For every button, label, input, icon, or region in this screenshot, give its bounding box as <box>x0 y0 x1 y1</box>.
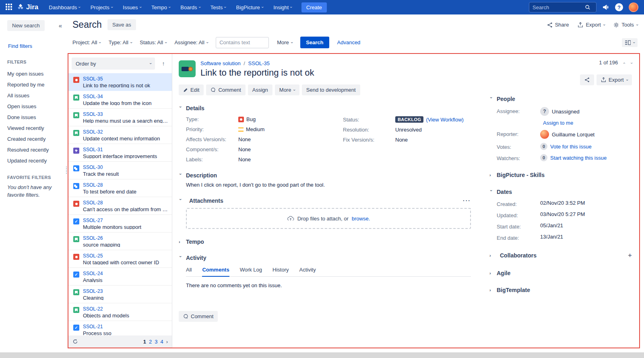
vote-link[interactable]: Vote for this issue <box>550 144 592 150</box>
watch-link[interactable]: Start watching this issue <box>550 155 607 161</box>
send-to-development-button[interactable]: Send to development <box>302 84 360 95</box>
issue-key[interactable]: SSOL-25 <box>83 253 159 259</box>
add-collaborator-button[interactable]: + <box>628 251 632 259</box>
issue-key[interactable]: SSOL-31 <box>83 147 157 152</box>
dates-section-header[interactable]: › Dates <box>489 189 632 195</box>
help-icon[interactable]: ? <box>615 3 623 11</box>
assignee-filter[interactable]: Assignee: All› <box>174 39 208 45</box>
sidebar-item-all-issues[interactable]: All issues <box>7 90 68 101</box>
nav-dashboards[interactable]: Dashboards› <box>45 3 83 12</box>
order-by-select[interactable]: Order by› <box>72 58 155 70</box>
agile-header[interactable]: › Agile <box>489 270 632 276</box>
issue-key[interactable]: SSOL-21 <box>83 324 111 329</box>
collaborators-header[interactable]: › Collaborators + <box>489 251 632 259</box>
refresh-icon[interactable] <box>72 339 78 344</box>
status-filter[interactable]: Status: All› <box>140 39 166 45</box>
collapse-sidebar-icon[interactable]: « <box>59 22 62 29</box>
search-submit-button[interactable]: Search <box>300 37 329 48</box>
nav-boards[interactable]: Boards› <box>177 3 203 12</box>
tempo-section-header[interactable]: › Tempo <box>179 239 471 245</box>
nav-bigpicture[interactable]: BigPicture› <box>233 3 266 12</box>
tab-activity[interactable]: Activity <box>299 267 316 276</box>
assign-to-me-link[interactable]: Assign to me <box>543 120 573 126</box>
nav-tests[interactable]: Tests› <box>207 3 229 12</box>
project-filter[interactable]: Project: All› <box>72 39 101 45</box>
issue-key[interactable]: SSOL-24 <box>83 271 103 276</box>
share-issue-button[interactable] <box>580 74 594 85</box>
view-switcher-button[interactable]: › <box>622 38 638 47</box>
nav-issues[interactable]: Issues› <box>120 3 144 12</box>
user-avatar[interactable] <box>629 2 638 12</box>
more-filter[interactable]: More› <box>277 39 292 45</box>
attachments-section-header[interactable]: › Attachments ··· <box>179 198 471 204</box>
find-filters-link[interactable]: Find filters <box>8 43 68 49</box>
create-button[interactable]: Create <box>301 2 327 12</box>
save-as-button[interactable]: Save as <box>107 19 136 30</box>
nav-tempo[interactable]: Tempo› <box>148 3 173 12</box>
description-section-header[interactable]: › Description <box>179 172 471 179</box>
navbar-search-input[interactable] <box>533 4 585 10</box>
issue-list-item[interactable]: SSOL-32 Update context menu information <box>68 126 172 144</box>
tab-history[interactable]: History <box>272 267 289 276</box>
tab-work-log[interactable]: Work Log <box>240 267 262 276</box>
bigpicture-skills-header[interactable]: › BigPicture - Skills <box>489 172 632 178</box>
tab-comments[interactable]: Comments <box>202 267 229 277</box>
people-section-header[interactable]: › People <box>489 96 632 102</box>
attachments-menu-icon[interactable]: ··· <box>463 198 471 204</box>
details-section-header[interactable]: › Details <box>179 105 471 111</box>
issue-key[interactable]: SSOL-28 <box>83 182 136 188</box>
assign-button[interactable]: Assign <box>248 84 272 95</box>
sidebar-item-updated-recently[interactable]: Updated recently <box>7 155 68 166</box>
edit-button[interactable]: Edit <box>179 84 204 95</box>
tab-all[interactable]: All <box>186 267 192 276</box>
issue-list-item[interactable]: SSOL-27 Multiple monitors support <box>68 215 172 232</box>
issue-list-item[interactable]: SSOL-24 Analysis <box>68 268 172 286</box>
previous-issue-icon[interactable]: › <box>623 60 625 65</box>
nav-insight[interactable]: Insight› <box>270 3 295 12</box>
next-issue-icon[interactable]: › <box>631 60 632 65</box>
advanced-link[interactable]: Advanced <box>337 39 361 45</box>
page-2[interactable]: 2 <box>149 339 152 345</box>
page-4[interactable]: 4 <box>160 339 163 345</box>
issue-key[interactable]: SSOL-22 <box>83 306 129 312</box>
contains-text-input[interactable] <box>216 37 269 48</box>
breadcrumb-issue-link[interactable]: SSOL-35 <box>248 60 270 66</box>
tools-button[interactable]: Tools› <box>613 22 638 28</box>
add-comment-button[interactable]: Comment <box>179 311 218 322</box>
issue-list-item[interactable]: SSOL-23 Cleaning <box>68 286 172 303</box>
browse-link[interactable]: browse. <box>352 216 370 222</box>
sidebar-item-open-issues[interactable]: Open issues <box>7 101 68 112</box>
issue-list-item[interactable]: SSOL-28 Can't access on the platform fro… <box>68 197 172 215</box>
comment-button[interactable]: Comment <box>206 84 245 95</box>
issue-list-item[interactable]: SSOL-28 To test before end date <box>68 179 172 197</box>
pane-resize-handle[interactable] <box>66 167 67 174</box>
issue-list-item[interactable]: SSOL-31 Support interface improvements <box>68 144 172 162</box>
issue-key[interactable]: SSOL-28 <box>83 200 168 206</box>
activity-section-header[interactable]: › Activity <box>179 255 471 261</box>
share-button[interactable]: Share <box>547 22 569 28</box>
new-search-button[interactable]: New search <box>7 20 45 31</box>
sort-direction-button[interactable]: ↑ <box>158 58 169 69</box>
nav-projects[interactable]: Projects› <box>87 3 116 12</box>
page-3[interactable]: 3 <box>155 339 157 345</box>
announcement-icon[interactable] <box>602 4 609 11</box>
issue-key[interactable]: SSOL-35 <box>83 76 150 82</box>
type-filter[interactable]: Type: All› <box>109 39 132 45</box>
issue-list-item[interactable]: SSOL-34 Update the logo from the icon <box>68 91 172 109</box>
export-issue-button[interactable]: Export› <box>597 74 632 85</box>
export-button[interactable]: Export› <box>578 22 605 28</box>
navbar-search[interactable] <box>529 2 597 12</box>
issue-key[interactable]: SSOL-27 <box>83 218 141 223</box>
issue-key[interactable]: SSOL-34 <box>83 94 152 99</box>
issue-list-item[interactable]: SSOL-30 Track the result <box>68 162 172 179</box>
view-workflow-link[interactable]: (View Workflow) <box>426 117 463 123</box>
sidebar-item-reported-by-me[interactable]: Reported by me <box>7 79 68 90</box>
issue-key[interactable]: SSOL-26 <box>83 235 120 241</box>
jira-logo[interactable]: Jira <box>17 3 38 11</box>
breadcrumb-project-link[interactable]: Software solution <box>200 60 241 66</box>
issue-list-item[interactable]: SSOL-35 Link to the reporting is not ok <box>68 73 172 91</box>
issue-list-item[interactable]: SSOL-33 Help menu must use a search engi… <box>68 109 172 126</box>
next-page-icon[interactable]: › <box>166 339 168 345</box>
sidebar-item-viewed-recently[interactable]: Viewed recently <box>7 123 68 134</box>
sidebar-item-done-issues[interactable]: Done issues <box>7 112 68 123</box>
